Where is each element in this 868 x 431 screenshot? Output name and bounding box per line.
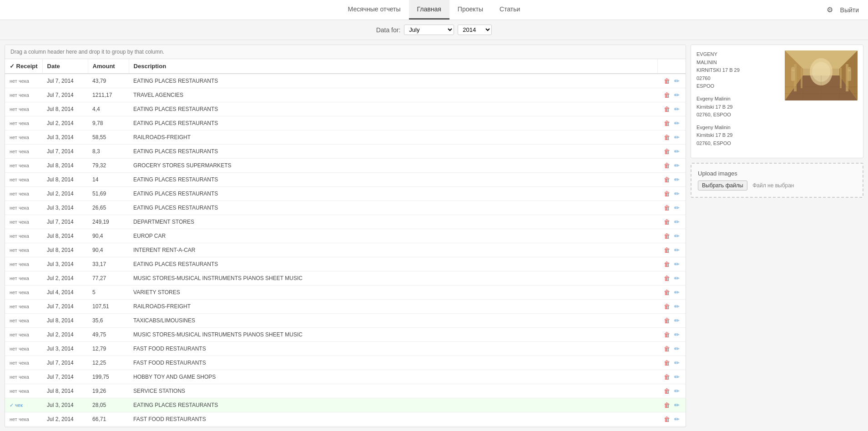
table-wrapper[interactable]: ✓ Receipt Date Amount Description нет че… bbox=[5, 59, 686, 427]
delete-button[interactable]: 🗑 bbox=[662, 260, 671, 269]
date-cell: Jul 8, 2014 bbox=[42, 102, 88, 116]
delete-button[interactable]: 🗑 bbox=[662, 415, 671, 424]
delete-button[interactable]: 🗑 bbox=[662, 90, 671, 100]
delete-button[interactable]: 🗑 bbox=[662, 231, 671, 241]
description-cell: DEPARTMENT STORES bbox=[129, 215, 658, 229]
table-row: нет чека Jul 2, 2014 51,69 EATING PLACES… bbox=[5, 187, 686, 201]
edit-button[interactable]: ✏ bbox=[673, 316, 681, 325]
table-row: нет чека Jul 8, 2014 90,4 INTERENT RENT-… bbox=[5, 243, 686, 257]
delete-button[interactable]: 🗑 bbox=[662, 386, 671, 396]
date-cell: Jul 8, 2014 bbox=[42, 173, 88, 187]
tab-articles[interactable]: Статьи bbox=[491, 0, 528, 20]
amount-cell: 35,6 bbox=[88, 314, 129, 328]
tab-projects[interactable]: Проекты bbox=[449, 0, 491, 20]
edit-button[interactable]: ✏ bbox=[673, 217, 681, 226]
receipt-cell: нет чека bbox=[5, 116, 42, 130]
amount-cell: 12,79 bbox=[88, 342, 129, 356]
receipt-cell: нет чека bbox=[5, 229, 42, 243]
delete-button[interactable]: 🗑 bbox=[662, 302, 671, 311]
edit-button[interactable]: ✏ bbox=[673, 372, 681, 381]
edit-button[interactable]: ✏ bbox=[673, 133, 681, 142]
date-cell: Jul 3, 2014 bbox=[42, 130, 88, 145]
edit-button[interactable]: ✏ bbox=[673, 344, 681, 353]
delete-button[interactable]: 🗑 bbox=[662, 76, 671, 85]
document-image[interactable] bbox=[785, 50, 858, 100]
action-cell: 🗑 ✏ bbox=[658, 74, 686, 88]
delete-button[interactable]: 🗑 bbox=[662, 203, 671, 212]
delete-button[interactable]: 🗑 bbox=[662, 105, 671, 114]
doc-entry-2: Evgeny Malinin Kirnitski 17 B 29 02760, … bbox=[696, 95, 780, 119]
edit-button[interactable]: ✏ bbox=[673, 203, 681, 212]
description-cell: GROCERY STORES SUPERMARKETS bbox=[129, 159, 658, 173]
delete-button[interactable]: 🗑 bbox=[662, 189, 671, 198]
delete-button[interactable]: 🗑 bbox=[662, 119, 671, 128]
date-cell: Jul 7, 2014 bbox=[42, 74, 88, 88]
doc-entry-1: EVGENY MALININ KIRNITSKI 17 B 29 02760 E… bbox=[696, 50, 780, 90]
table-row: нет чека Jul 3, 2014 33,17 EATING PLACES… bbox=[5, 257, 686, 271]
table-row: нет чека Jul 8, 2014 79,32 GROCERY STORE… bbox=[5, 159, 686, 173]
delete-button[interactable]: 🗑 bbox=[662, 358, 671, 367]
tab-monthly[interactable]: Месячные отчеты bbox=[340, 0, 409, 20]
settings-icon[interactable]: ⚙ bbox=[827, 5, 833, 14]
edit-button[interactable]: ✏ bbox=[673, 415, 681, 424]
edit-button[interactable]: ✏ bbox=[673, 76, 681, 85]
date-cell: Jul 3, 2014 bbox=[42, 201, 88, 215]
delete-button[interactable]: 🗑 bbox=[662, 246, 671, 255]
action-cell: 🗑 ✏ bbox=[658, 286, 686, 300]
receipt-cell: ✓ чек bbox=[5, 398, 42, 412]
receipt-cell: нет чека bbox=[5, 384, 42, 398]
edit-button[interactable]: ✏ bbox=[673, 161, 681, 170]
edit-button[interactable]: ✏ bbox=[673, 358, 681, 367]
delete-button[interactable]: 🗑 bbox=[662, 316, 671, 325]
month-select[interactable]: JanuaryFebruaryMarchApril MayJuneJulyAug… bbox=[404, 25, 454, 35]
edit-button[interactable]: ✏ bbox=[673, 90, 681, 100]
description-cell: MUSIC STORES-MUSICAL INSTRUMENTS PIANOS … bbox=[129, 328, 658, 342]
tab-home[interactable]: Главная bbox=[409, 0, 449, 20]
table-row: нет чека Jul 7, 2014 43,79 EATING PLACES… bbox=[5, 74, 686, 88]
edit-button[interactable]: ✏ bbox=[673, 246, 681, 255]
date-cell: Jul 3, 2014 bbox=[42, 342, 88, 356]
description-cell: EATING PLACES RESTAURANTS bbox=[129, 145, 658, 159]
nav-bar: Месячные отчеты Главная Проекты Статьи ⚙… bbox=[0, 0, 868, 20]
amount-cell: 107,51 bbox=[88, 300, 129, 314]
col-amount: Amount bbox=[88, 59, 129, 74]
edit-button[interactable]: ✏ bbox=[673, 260, 681, 269]
delete-button[interactable]: 🗑 bbox=[662, 217, 671, 226]
choose-files-button[interactable]: Выбрать файлы bbox=[698, 180, 747, 190]
delete-button[interactable]: 🗑 bbox=[662, 330, 671, 339]
delete-button[interactable]: 🗑 bbox=[662, 161, 671, 170]
table-row: нет чека Jul 4, 2014 5 VARIETY STORES 🗑 … bbox=[5, 286, 686, 300]
year-select[interactable]: 2012201320142015 bbox=[458, 25, 492, 35]
receipt-cell: нет чека bbox=[5, 370, 42, 384]
svg-point-14 bbox=[848, 67, 851, 71]
edit-button[interactable]: ✏ bbox=[673, 274, 681, 283]
edit-button[interactable]: ✏ bbox=[673, 386, 681, 396]
edit-button[interactable]: ✏ bbox=[673, 231, 681, 241]
logout-button[interactable]: Выйти bbox=[840, 6, 859, 14]
edit-button[interactable]: ✏ bbox=[673, 105, 681, 114]
description-cell: RAILROADS-FREIGHT bbox=[129, 130, 658, 145]
edit-button[interactable]: ✏ bbox=[673, 119, 681, 128]
delete-button[interactable]: 🗑 bbox=[662, 288, 671, 297]
edit-button[interactable]: ✏ bbox=[673, 175, 681, 184]
edit-button[interactable]: ✏ bbox=[673, 189, 681, 198]
edit-button[interactable]: ✏ bbox=[673, 401, 681, 410]
delete-button[interactable]: 🗑 bbox=[662, 133, 671, 142]
action-cell: 🗑 ✏ bbox=[658, 215, 686, 229]
delete-button[interactable]: 🗑 bbox=[662, 344, 671, 353]
edit-button[interactable]: ✏ bbox=[673, 288, 681, 297]
delete-button[interactable]: 🗑 bbox=[662, 372, 671, 381]
receipt-cell: нет чека bbox=[5, 187, 42, 201]
delete-button[interactable]: 🗑 bbox=[662, 274, 671, 283]
table-row: нет чека Jul 7, 2014 107,51 RAILROADS-FR… bbox=[5, 300, 686, 314]
edit-button[interactable]: ✏ bbox=[673, 302, 681, 311]
delete-button[interactable]: 🗑 bbox=[662, 175, 671, 184]
delete-button[interactable]: 🗑 bbox=[662, 147, 671, 156]
action-cell: 🗑 ✏ bbox=[658, 314, 686, 328]
action-cell: 🗑 ✏ bbox=[658, 412, 686, 426]
table-row: нет чека Jul 8, 2014 19,26 SERVICE STATI… bbox=[5, 384, 686, 398]
description-cell: INTERENT RENT-A-CAR bbox=[129, 243, 658, 257]
edit-button[interactable]: ✏ bbox=[673, 330, 681, 339]
delete-button[interactable]: 🗑 bbox=[662, 401, 671, 410]
edit-button[interactable]: ✏ bbox=[673, 147, 681, 156]
